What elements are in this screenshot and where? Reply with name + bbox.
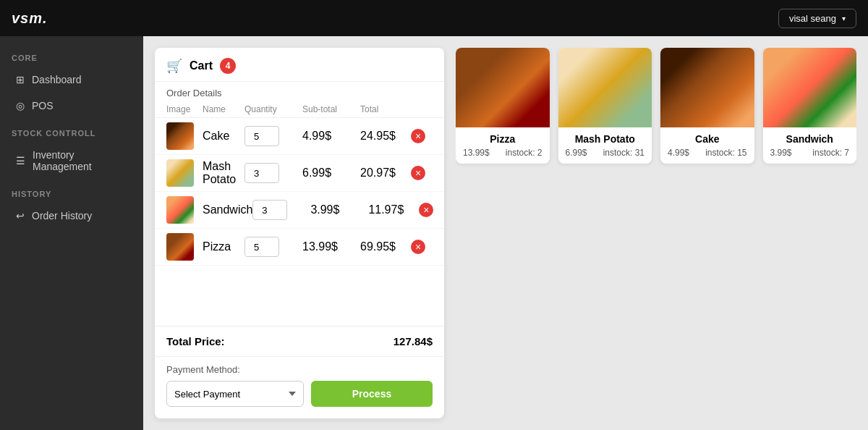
col-action xyxy=(411,104,433,114)
product-image xyxy=(660,48,754,127)
product-info: Sandwich 3.99$ instock: 7 xyxy=(763,127,857,164)
remove-item-button[interactable]: × xyxy=(411,129,425,143)
total-value: 127.84$ xyxy=(393,335,433,347)
total-label: Total Price: xyxy=(166,335,225,347)
core-section-label: CORE xyxy=(0,43,143,67)
col-total: Total xyxy=(360,104,411,114)
item-name: Cake xyxy=(203,130,244,143)
item-name: Pizza xyxy=(203,240,244,253)
dashboard-icon: ⊞ xyxy=(16,74,25,85)
product-instock: instock: 15 xyxy=(705,148,746,158)
product-meta: 4.99$ instock: 15 xyxy=(668,148,747,158)
product-price: 13.99$ xyxy=(463,148,490,158)
item-total: 24.95$ xyxy=(360,130,411,143)
chevron-down-icon: ▾ xyxy=(842,14,846,22)
cart-header: 🛒 Cart 4 xyxy=(155,48,444,82)
products-grid: Pizza 13.99$ instock: 2 Mash Potato 6.99… xyxy=(456,48,856,418)
item-subtotal: 4.99$ xyxy=(302,130,360,143)
sidebar-item-label: Dashboard xyxy=(32,74,82,85)
sidebar-item-order-history[interactable]: ↩ Order History xyxy=(4,203,139,229)
item-total: 11.97$ xyxy=(368,203,419,216)
cart-footer: Payment Method: Select Payment Cash Card… xyxy=(155,356,444,418)
product-card[interactable]: Pizza 13.99$ instock: 2 xyxy=(456,48,550,164)
order-details-label: Order Details xyxy=(155,82,444,101)
inventory-icon: ☰ xyxy=(16,155,25,166)
product-info: Pizza 13.99$ instock: 2 xyxy=(456,127,550,164)
sidebar-item-label: POS xyxy=(32,100,54,111)
product-name: Pizza xyxy=(463,133,542,145)
cart-table-header: Image Name Quantity Sub-total Total xyxy=(155,101,444,118)
table-row: Pizza 13.99$ 69.95$ × xyxy=(155,229,444,266)
product-instock: instock: 7 xyxy=(812,148,849,158)
product-meta: 6.99$ instock: 31 xyxy=(566,148,645,158)
product-meta: 13.99$ instock: 2 xyxy=(463,148,542,158)
user-name: visal seang xyxy=(789,13,836,24)
history-section-label: HISTORY xyxy=(0,180,143,203)
product-price: 4.99$ xyxy=(668,148,689,158)
product-meta: 3.99$ instock: 7 xyxy=(770,148,850,158)
product-image xyxy=(558,48,652,127)
product-name: Mash Potato xyxy=(566,133,645,145)
item-image xyxy=(166,196,194,224)
product-info: Mash Potato 6.99$ instock: 31 xyxy=(558,127,652,164)
pos-icon: ◎ xyxy=(16,100,25,111)
sidebar-item-label: Inventory Management xyxy=(33,149,127,172)
product-instock: instock: 31 xyxy=(603,148,644,158)
cart-icon: 🛒 xyxy=(166,58,182,74)
col-quantity: Quantity xyxy=(244,104,302,114)
product-price: 3.99$ xyxy=(770,148,792,158)
remove-item-button[interactable]: × xyxy=(411,240,425,254)
topbar: vsm. visal seang ▾ xyxy=(0,0,868,36)
payment-method-label: Payment Method: xyxy=(166,364,433,375)
item-subtotal: 6.99$ xyxy=(302,166,360,180)
product-name: Cake xyxy=(668,133,747,145)
item-name: Mash Potato xyxy=(203,160,244,186)
table-row: Mash Potato 6.99$ 20.97$ × xyxy=(155,155,444,192)
cart-title: Cart xyxy=(190,59,213,72)
product-name: Sandwich xyxy=(770,133,850,145)
item-subtotal: 3.99$ xyxy=(310,203,368,216)
quantity-input[interactable] xyxy=(244,237,279,257)
user-menu-button[interactable]: visal seang ▾ xyxy=(778,9,856,28)
product-card[interactable]: Cake 4.99$ instock: 15 xyxy=(660,48,754,164)
remove-item-button[interactable]: × xyxy=(419,203,433,217)
process-button[interactable]: Process xyxy=(311,381,433,407)
item-image xyxy=(166,122,194,150)
cart-panel: 🛒 Cart 4 Order Details Image Name Quanti… xyxy=(155,48,444,418)
sidebar-item-label: Order History xyxy=(32,210,92,222)
product-image xyxy=(456,48,550,127)
product-price: 6.99$ xyxy=(566,148,587,158)
remove-item-button[interactable]: × xyxy=(411,166,425,180)
content-area: 🛒 Cart 4 Order Details Image Name Quanti… xyxy=(143,36,868,430)
product-image xyxy=(763,48,857,127)
order-history-icon: ↩ xyxy=(16,210,25,222)
item-total: 69.95$ xyxy=(360,240,411,253)
stock-section-label: STOCK CONTROLL xyxy=(0,119,143,142)
item-image xyxy=(166,233,194,261)
table-row: Sandwich 3.99$ 11.97$ × xyxy=(155,192,444,229)
col-image: Image xyxy=(166,104,203,114)
item-image xyxy=(166,159,194,187)
cart-badge: 4 xyxy=(220,58,236,74)
sidebar: CORE ⊞ Dashboard ◎ POS STOCK CONTROLL ☰ … xyxy=(0,36,143,430)
quantity-input[interactable] xyxy=(252,200,287,220)
payment-row: Select Payment Cash Card Online Process xyxy=(166,381,433,407)
item-name: Sandwich xyxy=(203,203,252,216)
product-card[interactable]: Sandwich 3.99$ instock: 7 xyxy=(763,48,857,164)
product-card[interactable]: Mash Potato 6.99$ instock: 31 xyxy=(558,48,652,164)
col-subtotal: Sub-total xyxy=(302,104,360,114)
item-total: 20.97$ xyxy=(360,166,411,180)
logo: vsm. xyxy=(12,10,48,27)
item-subtotal: 13.99$ xyxy=(302,240,360,253)
cart-total-row: Total Price: 127.84$ xyxy=(155,326,444,356)
col-name: Name xyxy=(203,104,244,114)
quantity-input[interactable] xyxy=(244,163,279,183)
payment-select[interactable]: Select Payment Cash Card Online xyxy=(166,381,304,407)
sidebar-item-dashboard[interactable]: ⊞ Dashboard xyxy=(4,67,139,93)
quantity-input[interactable] xyxy=(244,126,279,146)
sidebar-item-pos[interactable]: ◎ POS xyxy=(4,93,139,119)
sidebar-item-inventory[interactable]: ☰ Inventory Management xyxy=(4,142,139,180)
table-row: Cake 4.99$ 24.95$ × xyxy=(155,118,444,155)
cart-items-list: Cake 4.99$ 24.95$ × Mash Potato 6.99$ 20… xyxy=(155,118,444,326)
product-instock: instock: 2 xyxy=(506,148,542,158)
